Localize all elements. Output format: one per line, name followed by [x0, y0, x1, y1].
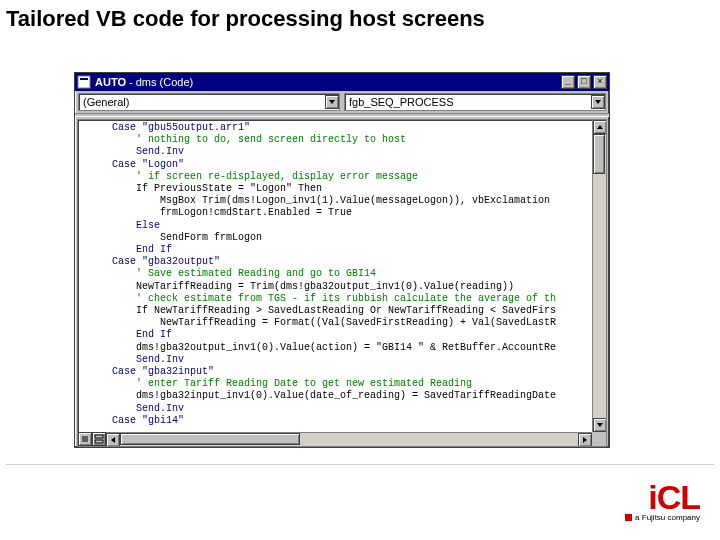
- scroll-up-button[interactable]: [593, 120, 607, 134]
- code-line[interactable]: MsgBox Trim(dms!Logon_inv1(1).Value(mess…: [112, 195, 550, 206]
- splitter-bar[interactable]: [75, 113, 609, 117]
- code-line[interactable]: NewTariffReading = Format((Val(SavedFirs…: [112, 317, 556, 328]
- code-pane: Case "gbu55output.arr1" ' nothing to do,…: [77, 119, 607, 447]
- scroll-down-button[interactable]: [593, 418, 607, 432]
- code-line[interactable]: SendForm frmLogon: [112, 232, 262, 243]
- procedure-view-button[interactable]: [78, 432, 92, 446]
- svg-rect-1: [80, 78, 88, 80]
- page-title: Tailored VB code for processing host scr…: [0, 0, 720, 44]
- close-button[interactable]: ×: [593, 75, 607, 89]
- vertical-scrollbar[interactable]: [592, 120, 606, 432]
- code-line[interactable]: Case "gbu55output.arr1": [112, 122, 250, 133]
- code-line[interactable]: Send.Inv: [112, 146, 184, 157]
- object-dropdown[interactable]: (General): [78, 93, 340, 111]
- code-line[interactable]: If NewTariffReading > SavedLastReading O…: [112, 305, 556, 316]
- brand-logo: iCL a Fujitsu company: [625, 484, 700, 522]
- minimize-button[interactable]: _: [561, 75, 575, 89]
- code-line[interactable]: Send.Inv: [112, 354, 184, 365]
- window-icon: [77, 75, 91, 89]
- code-line[interactable]: Case "gba32output": [112, 256, 220, 267]
- code-line[interactable]: ' Save estimated Reading and go to GBI14: [112, 268, 376, 279]
- logo-square-icon: [625, 514, 632, 521]
- chevron-down-icon: [591, 95, 605, 109]
- view-mode-buttons: [78, 432, 106, 446]
- titlebar[interactable]: AUTO - dms (Code) _ □ ×: [75, 73, 609, 91]
- scrollbar-corner: [592, 432, 606, 446]
- svg-marker-5: [597, 423, 603, 427]
- full-module-view-button[interactable]: [92, 432, 106, 446]
- procedure-dropdown[interactable]: fgb_SEQ_PROCESS: [344, 93, 606, 111]
- code-line[interactable]: dms!gba32output_inv1(0).Value(action) = …: [112, 342, 556, 353]
- svg-rect-0: [78, 76, 90, 88]
- svg-marker-12: [583, 437, 587, 443]
- code-line[interactable]: Send.Inv: [112, 403, 184, 414]
- chevron-down-icon: [325, 95, 339, 109]
- maximize-button[interactable]: □: [577, 75, 591, 89]
- code-line[interactable]: NewTariffReading = Trim(dms!gba32output_…: [112, 281, 514, 292]
- window-title: AUTO - dms (Code): [95, 76, 559, 88]
- code-selectors: (General) fgb_SEQ_PROCESS: [75, 91, 609, 113]
- svg-marker-11: [111, 437, 115, 443]
- svg-rect-9: [95, 435, 103, 438]
- svg-marker-3: [595, 100, 601, 104]
- scroll-left-button[interactable]: [106, 433, 120, 447]
- footer-divider: [6, 464, 714, 465]
- svg-rect-10: [95, 440, 103, 443]
- code-window: AUTO - dms (Code) _ □ × (General) fgb_SE…: [74, 72, 610, 448]
- horizontal-thumb[interactable]: [120, 433, 300, 445]
- vertical-thumb[interactable]: [593, 134, 605, 174]
- procedure-dropdown-value: fgb_SEQ_PROCESS: [349, 96, 454, 108]
- code-line[interactable]: Case "gbi14": [112, 415, 184, 426]
- code-line[interactable]: dms!gba32input_inv1(0).Value(date_of_rea…: [112, 390, 556, 401]
- svg-marker-4: [597, 125, 603, 129]
- code-line[interactable]: End If: [112, 244, 172, 255]
- code-line[interactable]: Else: [112, 220, 160, 231]
- code-line[interactable]: ' enter Tariff Reading Date to get new e…: [112, 378, 472, 389]
- scroll-right-button[interactable]: [578, 433, 592, 447]
- logo-tagline: a Fujitsu company: [625, 513, 700, 522]
- horizontal-scrollbar[interactable]: [106, 432, 592, 446]
- code-line[interactable]: ' if screen re-displayed, display error …: [112, 171, 418, 182]
- logo-text: iCL: [625, 484, 700, 511]
- code-line[interactable]: ' nothing to do, send screen directly to…: [112, 134, 406, 145]
- code-line[interactable]: Case "Logon": [112, 159, 184, 170]
- code-line[interactable]: If PreviousState = "Logon" Then: [112, 183, 322, 194]
- code-line[interactable]: frmLogon!cmdStart.Enabled = True: [112, 207, 352, 218]
- object-dropdown-value: (General): [83, 96, 129, 108]
- code-editor[interactable]: Case "gbu55output.arr1" ' nothing to do,…: [78, 120, 592, 432]
- code-line[interactable]: End If: [112, 329, 172, 340]
- code-line[interactable]: ' check estimate from TGS - if its rubbi…: [112, 293, 556, 304]
- code-line[interactable]: Case "gba32input": [112, 366, 214, 377]
- svg-marker-2: [329, 100, 335, 104]
